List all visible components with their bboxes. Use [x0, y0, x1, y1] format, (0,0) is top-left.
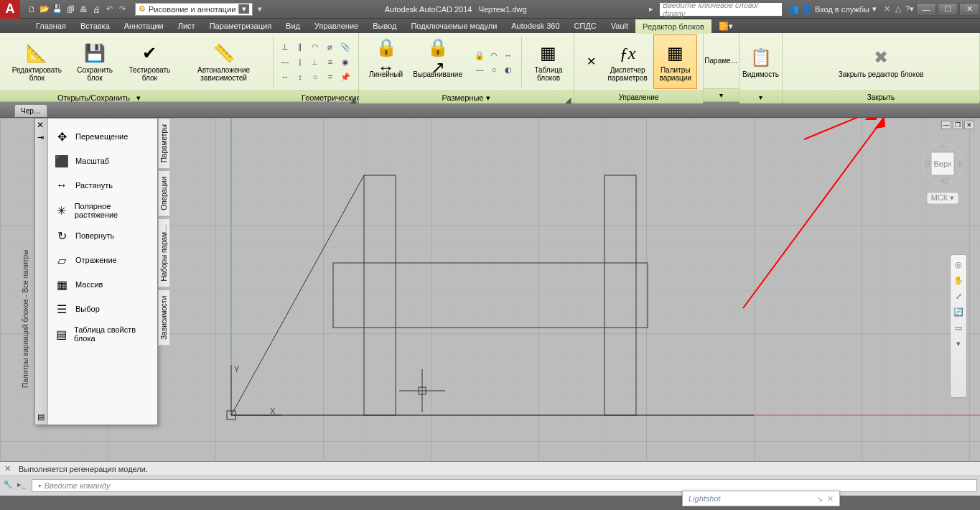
test-block-button[interactable]: ✔Тестировать блок: [122, 34, 178, 89]
palette-item-0[interactable]: ✥Перемещение: [51, 124, 154, 149]
menu-Autodesk 360[interactable]: Autodesk 360: [504, 19, 566, 33]
palette-tabs: ПараметрыОперацииНаборы парам…Зависимост…: [158, 118, 174, 347]
palette-grip[interactable]: ✕ ⇥ ▤: [35, 119, 48, 425]
zoom-extents-icon[interactable]: ⤢: [952, 289, 965, 302]
svg-text:МСК ▾: МСК ▾: [931, 193, 955, 202]
palette-item-label: Таблица свойств блока: [74, 325, 151, 343]
open-icon[interactable]: 📂: [39, 4, 50, 15]
pan-icon[interactable]: ✋: [952, 274, 965, 287]
edit-block-button[interactable]: 📐Редактировать блок: [6, 34, 68, 89]
menu-Подключаемые модули[interactable]: Подключаемые модули: [403, 19, 504, 33]
chevron-down-icon: ▾: [872, 4, 877, 14]
saveas-icon[interactable]: 🗐: [65, 4, 76, 15]
palette-item-1[interactable]: ⬛Масштаб: [51, 149, 154, 173]
mdi-minimize[interactable]: —: [941, 121, 951, 129]
qat-dropdown[interactable]: ▾: [254, 4, 266, 15]
auto-constrain-button[interactable]: 📏Автоналожение зависимостей: [179, 34, 269, 89]
palette-item-icon: ▤: [54, 326, 68, 342]
palette-item-5[interactable]: ▱Отражение: [51, 248, 154, 272]
wrench-icon[interactable]: 🔧: [3, 480, 14, 491]
redo-icon[interactable]: ↷: [116, 4, 128, 15]
menu-Управление[interactable]: Управление: [307, 19, 365, 33]
orbit-icon[interactable]: 🔄: [952, 305, 965, 318]
view-cube[interactable]: Верх ЗВ СЮ МСК ▾: [921, 139, 964, 211]
quick-access-toolbar: 🗋 📂 💾 🗐 🖶 🖨 ↶ ↷: [23, 4, 131, 15]
menu-Аннотации[interactable]: Аннотации: [117, 19, 171, 33]
maximize-button[interactable]: ☐: [938, 3, 958, 16]
title-chevron[interactable]: ▸: [645, 4, 657, 15]
close-block-editor-button[interactable]: ✖Закрыть редактор блоков: [834, 34, 928, 89]
linear-button[interactable]: 🔒↔Линейный: [365, 34, 407, 89]
menu-overflow[interactable]: 📴▾: [711, 19, 740, 33]
pin-icon[interactable]: ⇥: [37, 133, 44, 142]
palette-item-8[interactable]: ▤Таблица свойств блока: [51, 321, 154, 347]
palette-item-label: Масштаб: [75, 157, 109, 165]
palette-title-vertical: Палитры вариаций блоков - Все палитры: [22, 226, 33, 412]
palette-item-3[interactable]: ✳Полярное растяжение: [51, 198, 154, 223]
app-logo[interactable]: A: [0, 0, 20, 19]
palette-tab-1[interactable]: Операции: [158, 170, 169, 217]
save-block-button[interactable]: 💾Сохранить блок: [70, 34, 121, 89]
menu-СПДС[interactable]: СПДС: [567, 19, 604, 33]
cmd-close-icon[interactable]: ✕: [4, 464, 11, 473]
chevron-down-icon[interactable]: ▾: [238, 4, 249, 14]
undo-icon[interactable]: ↶: [103, 4, 115, 15]
lightshot-min-icon[interactable]: ↘: [816, 494, 823, 503]
document-tabs: Чер…: [0, 102, 980, 118]
login-button[interactable]: 👥 👤 Вход в службы ▾: [785, 3, 881, 16]
palette-item-4[interactable]: ↻Повернуть: [51, 223, 154, 248]
menu-Вставка[interactable]: Вставка: [73, 19, 117, 33]
visibility-button[interactable]: 📋Видимость: [738, 34, 783, 89]
palette-tab-0[interactable]: Параметры: [158, 118, 169, 169]
doc-tab[interactable]: Чер…: [14, 104, 47, 117]
authoring-palettes-button[interactable]: ▦Палитры вариации: [653, 34, 697, 89]
sign-in-icon: 👥: [789, 4, 799, 14]
menu-Вывод[interactable]: Вывод: [365, 19, 403, 33]
showmotion-icon[interactable]: ▭: [952, 321, 965, 334]
cmd-prompt-icon: ▸_: [17, 480, 29, 491]
menu-icon[interactable]: ▤: [37, 412, 45, 422]
menu-Параметризация[interactable]: Параметризация: [202, 19, 279, 33]
constraint-icon[interactable]: ⊥: [278, 40, 292, 54]
block-table-button[interactable]: ▦Таблица блоков: [529, 34, 568, 89]
help-icon[interactable]: ?▾: [904, 4, 915, 15]
workspace-selector[interactable]: ⚙ Рисование и аннотации ▾: [135, 3, 253, 16]
menu-Вид[interactable]: Вид: [279, 19, 307, 33]
save-icon[interactable]: 💾: [52, 4, 63, 15]
palette-tab-3[interactable]: Зависимости: [158, 289, 169, 346]
lightshot-bar[interactable]: Lightshot ↘ ✕: [682, 491, 840, 506]
align-button[interactable]: 🔒↗Выравнивание: [409, 34, 467, 89]
parameters-manager-button[interactable]: ƒxДиспетчер параметров: [603, 34, 652, 89]
plot-icon[interactable]: 🖨: [90, 4, 102, 15]
minimize-button[interactable]: —: [916, 3, 936, 16]
new-icon[interactable]: 🗋: [26, 4, 37, 15]
palette-item-icon: ☰: [54, 301, 70, 317]
palette-close-icon[interactable]: ✕: [37, 120, 45, 129]
delete-constraint-button[interactable]: ✕: [580, 34, 602, 89]
print-icon[interactable]: 🖶: [78, 4, 89, 15]
palette-item-icon: ▦: [54, 277, 70, 292]
panel-close: ✖Закрыть редактор блоков Закрыть: [783, 33, 980, 101]
palette-item-label: Массив: [75, 280, 103, 289]
triangle-icon[interactable]: △: [892, 4, 904, 15]
palette-item-icon: ✥: [54, 129, 70, 144]
menu-Главная[interactable]: Главная: [29, 19, 73, 33]
palette-item-2[interactable]: ↔Растянуть: [51, 173, 154, 198]
exchange-icon[interactable]: ✕: [881, 4, 892, 15]
mdi-close[interactable]: ✕: [964, 121, 974, 129]
user-icon: 👤: [802, 4, 812, 14]
svg-marker-20: [867, 118, 876, 119]
close-button[interactable]: ✕: [959, 3, 979, 16]
palette-tab-2[interactable]: Наборы парам…: [158, 218, 169, 288]
menu-Лист[interactable]: Лист: [171, 19, 202, 33]
lightshot-close-icon[interactable]: ✕: [827, 494, 834, 503]
menu-Редактор блоков[interactable]: Редактор блоков: [635, 19, 711, 34]
palette-item-label: Полярное растяжение: [75, 202, 151, 219]
steering-wheel-icon[interactable]: ◎: [952, 258, 965, 271]
palette-item-7[interactable]: ☰Выбор: [51, 297, 154, 321]
drawing-area[interactable]: Y X Палитры вариаций блоков - Все палитр…: [0, 118, 980, 461]
menu-Vault[interactable]: Vault: [604, 19, 635, 33]
palette-item-6[interactable]: ▦Массив: [51, 272, 154, 297]
mdi-restore[interactable]: ❐: [953, 121, 963, 129]
search-input[interactable]: Введите ключевое слово/фразу: [660, 3, 782, 16]
